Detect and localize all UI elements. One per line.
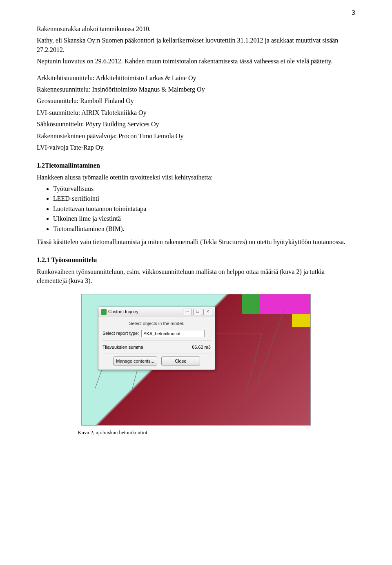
result-label: Tilavuuksien summa [102, 344, 143, 350]
section-heading: 1.2Tietomallintaminen [37, 161, 355, 170]
credit-line: LVI-suunnittelu: AIRIX Talotekniikka Oy [37, 108, 355, 117]
list-item: Ulkoinen ilme ja viestintä [53, 214, 355, 223]
model-surface [292, 314, 310, 327]
credit-line: Rakennesuunnittelu: Insinööritoimisto Ma… [37, 85, 355, 94]
paragraph: Tässä käsittelen vain tietomallintamista… [37, 238, 355, 247]
page-number: 3 [352, 8, 355, 17]
paragraph: Runkovaiheen työnsuunnitteluun, esim. vi… [37, 267, 355, 286]
paragraph: Kathy, eli Skanska Oy:n Suomen pääkontto… [37, 36, 355, 54]
close-button[interactable]: Close [161, 356, 200, 365]
dialog-instruction: Select objects in the model. [102, 321, 211, 327]
list-lead: Hankkeen alussa työmaalle otettiin tavoi… [37, 173, 355, 182]
result-value: 66.60 m3 [192, 344, 211, 350]
credit-line: Rakennustekninen päävalvoja: Procon Timo… [37, 132, 355, 141]
figure-screenshot: Custom Inquiry — ☐ ✕ Select objects in t… [81, 294, 311, 426]
list-item: LEED-sertifiointi [53, 194, 355, 203]
credit-line: LVI-valvoja Tate-Rap Oy. [37, 143, 355, 152]
figure-caption: Kuva 2; ajoluiskan betonikuutiot [37, 429, 355, 436]
minimize-button[interactable]: — [183, 309, 192, 315]
list-item: Luotettavan tuotannon toimintatapa [53, 204, 355, 213]
dialog-title-text: Custom Inquiry [108, 309, 138, 315]
divider [102, 341, 211, 341]
report-type-label: Select report type: [102, 330, 139, 336]
list-item: Tietomallintaminen (BIM). [53, 224, 355, 233]
dialog-titlebar[interactable]: Custom Inquiry — ☐ ✕ [98, 307, 215, 317]
list-item: Työturvallisuus [53, 184, 355, 193]
goal-list: Työturvallisuus LEED-sertifiointi Luotet… [37, 184, 355, 233]
credit-line: Arkkitehtisuunnittelu: Arkkitehtitoimist… [37, 74, 355, 83]
maximize-button[interactable]: ☐ [193, 309, 202, 315]
paragraph: Rakennusurakka alokoi tammikuussa 2010. [37, 25, 355, 34]
app-icon [101, 309, 107, 315]
credit-line: Sähkösuunnittelu: Pöyry Building Service… [37, 120, 355, 129]
custom-inquiry-dialog[interactable]: Custom Inquiry — ☐ ✕ Select objects in t… [98, 307, 215, 370]
manage-contents-button[interactable]: Manage contents... [113, 356, 157, 365]
paragraph: Neptunin luovutus on 29.6.2012. Kahden m… [37, 57, 355, 66]
report-type-select[interactable] [141, 330, 205, 337]
divider [102, 354, 211, 354]
credit-line: Geosuunnittelu: Ramboll Finland Oy [37, 96, 355, 105]
subsection-heading: 1.2.1 Työnsuunnittelu [37, 256, 355, 265]
close-window-button[interactable]: ✕ [203, 309, 212, 315]
